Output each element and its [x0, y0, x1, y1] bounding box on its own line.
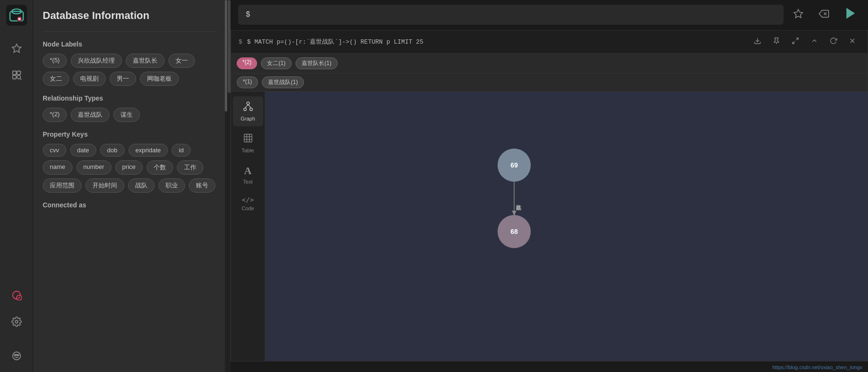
- sidebar-scroll-track: [228, 0, 231, 372]
- tag-prop-kaishi[interactable]: 开始时间: [85, 178, 124, 193]
- svg-point-29: [247, 102, 249, 105]
- graph-node-68[interactable]: 68: [498, 215, 531, 248]
- view-tabs: Graph Table A: [231, 92, 265, 361]
- pin-result-button[interactable]: [769, 35, 784, 48]
- sidebar-item-plugins[interactable]: [8, 347, 25, 364]
- expand-result-button[interactable]: [788, 35, 803, 48]
- tag-node-wangka[interactable]: 网咖老板: [140, 72, 179, 86]
- tab-graph[interactable]: Graph: [233, 96, 263, 126]
- property-tags: cvv date dob expridate id name number pr…: [43, 144, 218, 193]
- tag-node-jiashi[interactable]: 嘉世队长: [126, 54, 165, 68]
- view-area: Graph Table A: [231, 92, 868, 361]
- svg-point-30: [243, 108, 246, 111]
- svg-line-26: [793, 41, 795, 44]
- tag-prop-yingyong[interactable]: 应用范围: [43, 178, 82, 193]
- svg-line-32: [245, 104, 248, 108]
- tag-node-nv2[interactable]: 女二: [43, 72, 69, 86]
- filter-badge-wildcard-2[interactable]: *(2): [237, 57, 257, 69]
- app-logo: [6, 5, 27, 26]
- result-header: $ $ MATCH p=()-[r:`嘉世战队`]->() RETURN p L…: [231, 30, 868, 54]
- tag-rel-mousheng[interactable]: 谋生: [113, 108, 140, 122]
- divider-1: [43, 31, 218, 32]
- favorite-query-button[interactable]: [789, 7, 807, 23]
- graph-node-69[interactable]: 69: [498, 149, 531, 182]
- svg-marker-19: [794, 9, 803, 17]
- svg-point-17: [16, 354, 17, 356]
- filter-badge-jiashi-captain[interactable]: 嘉世队长(1): [295, 57, 338, 69]
- close-result-button[interactable]: [845, 35, 860, 48]
- filter-row-1: *(2) 女二(1) 嘉世队长(1): [231, 54, 868, 74]
- code-tab-icon: </>: [242, 196, 254, 204]
- tag-prop-zhanghao[interactable]: 账号: [189, 178, 215, 193]
- tag-rel-jiashi[interactable]: 嘉世战队: [71, 108, 110, 122]
- tag-prop-id[interactable]: id: [172, 144, 191, 157]
- relationship-tags: *(2) 嘉世战队 谋生: [43, 108, 218, 122]
- property-keys-heading: Property Keys: [43, 130, 218, 138]
- tag-prop-zhandui[interactable]: 战队: [128, 178, 155, 193]
- status-url: https://blog.csdn.net/vxiao_shen_longv: [772, 364, 862, 370]
- filter-badge-wildcard-1[interactable]: *(1): [237, 76, 258, 88]
- svg-line-33: [248, 104, 251, 108]
- tag-prop-zhiye[interactable]: 职业: [158, 178, 185, 193]
- svg-rect-34: [244, 134, 252, 142]
- tag-node-nv1[interactable]: 女一: [168, 54, 195, 68]
- tag-node-wildcard[interactable]: *(5): [43, 54, 67, 68]
- graph-svg: 嘉世战队: [265, 92, 868, 361]
- svg-text:嘉世战队: 嘉世战队: [517, 205, 522, 211]
- tag-prop-dob[interactable]: dob: [100, 144, 125, 157]
- tag-prop-cvv[interactable]: cvv: [43, 144, 66, 157]
- tab-text[interactable]: A Text: [233, 160, 263, 189]
- tag-prop-gongzuo[interactable]: 工作: [177, 160, 203, 175]
- sidebar-item-favorites[interactable]: [8, 40, 25, 57]
- table-tab-icon: [243, 133, 253, 146]
- svg-rect-8: [12, 75, 16, 79]
- tag-prop-price[interactable]: price: [115, 160, 143, 175]
- graph-canvas: 嘉世战队 69 68: [265, 92, 868, 361]
- tab-code[interactable]: </> Code: [233, 191, 263, 216]
- sidebar-title: Database Information: [43, 9, 218, 22]
- graph-tab-icon: [243, 101, 253, 114]
- svg-point-16: [14, 354, 15, 356]
- tab-code-label: Code: [241, 205, 254, 211]
- sidebar-item-settings[interactable]: [8, 313, 25, 330]
- query-input[interactable]: [238, 5, 784, 25]
- logo-icon: [8, 7, 25, 24]
- tag-rel-wildcard[interactable]: *(2): [43, 108, 67, 122]
- sidebar-item-error[interactable]: [8, 287, 25, 304]
- svg-rect-7: [17, 71, 20, 74]
- node-labels-tags: *(5) 兴欣战队经理 嘉世队长 女一 女二 电视剧 男一 网咖老板: [43, 54, 218, 86]
- tag-prop-number[interactable]: number: [76, 160, 111, 175]
- tab-table[interactable]: Table: [233, 128, 263, 158]
- download-result-button[interactable]: [750, 35, 765, 48]
- sidebar-scrollbar[interactable]: [225, 0, 227, 372]
- query-bar: [231, 0, 868, 30]
- tag-prop-date[interactable]: date: [70, 144, 96, 157]
- tag-prop-geshu[interactable]: 个数: [147, 160, 173, 175]
- tab-text-label: Text: [243, 179, 252, 185]
- svg-point-14: [15, 320, 18, 323]
- tag-prop-name[interactable]: name: [43, 160, 73, 175]
- filter-row-2: *(1) 嘉世战队(1): [231, 74, 868, 92]
- refresh-result-button[interactable]: [826, 35, 841, 48]
- relationship-types-heading: Relationship Types: [43, 94, 218, 102]
- svg-point-9: [17, 75, 20, 79]
- run-query-button[interactable]: [840, 5, 860, 24]
- text-tab-icon: A: [244, 165, 252, 177]
- sidebar-panel: Database Information Node Labels *(5) 兴欣…: [33, 0, 228, 372]
- tag-node-tv[interactable]: 电视剧: [73, 72, 106, 86]
- svg-line-10: [20, 79, 21, 80]
- tab-graph-label: Graph: [240, 116, 255, 121]
- node-labels-heading: Node Labels: [43, 40, 218, 48]
- svg-marker-5: [12, 44, 20, 52]
- scroll-up-button[interactable]: [807, 35, 822, 48]
- svg-rect-6: [12, 71, 16, 74]
- tag-node-xingxin[interactable]: 兴欣战队经理: [71, 54, 122, 68]
- tag-node-nan1[interactable]: 男一: [110, 72, 136, 86]
- result-panel: $ $ MATCH p=()-[r:`嘉世战队`]->() RETURN p L…: [231, 30, 868, 362]
- filter-badge-jiashi-team[interactable]: 嘉世战队(1): [262, 76, 304, 88]
- filter-badge-nv2[interactable]: 女二(1): [261, 57, 292, 69]
- tag-prop-expridate[interactable]: expridate: [129, 144, 168, 157]
- sidebar-scroll-thumb[interactable]: [228, 0, 231, 93]
- clear-query-button[interactable]: [815, 7, 833, 23]
- sidebar-item-search[interactable]: [8, 66, 25, 84]
